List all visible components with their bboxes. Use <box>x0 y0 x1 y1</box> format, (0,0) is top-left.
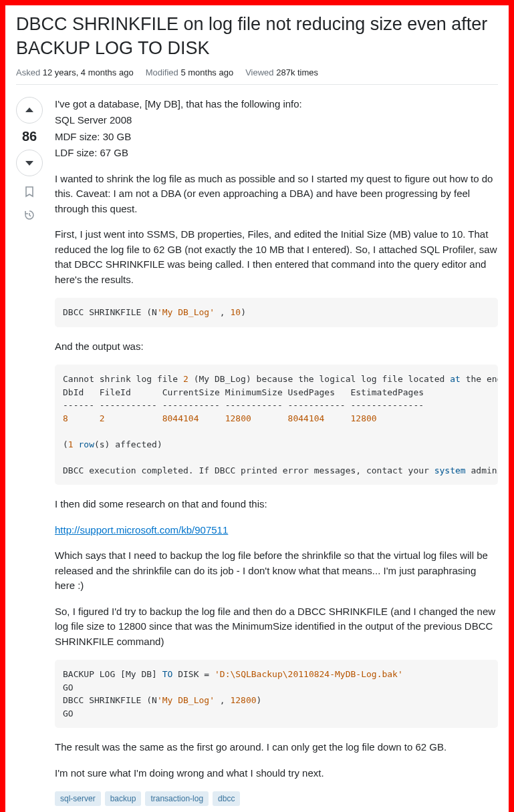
content-wrap: 86 I've got a database, [My DB], that ha… <box>16 97 498 807</box>
downvote-button[interactable] <box>16 150 43 176</box>
question-title: DBCC SHRINKFILE on log file not reducing… <box>16 12 498 61</box>
paragraph-4: And the output was: <box>55 339 498 355</box>
history-icon <box>23 209 35 221</box>
viewed-meta: Viewed 287k times <box>245 67 318 77</box>
viewed-label: Viewed <box>245 67 273 77</box>
intro-line-3: MDF size: 30 GB <box>55 130 498 145</box>
caret-up-icon <box>24 105 35 116</box>
paragraph-3: First, I just went into SSMS, DB propert… <box>55 227 498 287</box>
asked-meta: Asked 12 years, 4 months ago <box>16 67 134 77</box>
tag[interactable]: backup <box>105 791 142 806</box>
bookmark-icon <box>23 186 35 198</box>
tag[interactable]: sql-server <box>55 791 101 806</box>
question-meta: Asked 12 years, 4 months ago Modified 5 … <box>16 67 498 85</box>
modified-value: 5 months ago <box>180 67 233 77</box>
modified-meta: Modified 5 months ago <box>146 67 234 77</box>
intro-line-1: I've got a database, [My DB], that has t… <box>55 97 498 112</box>
paragraph-6: Which says that I need to backup the log… <box>55 548 498 594</box>
timeline-button[interactable] <box>23 209 35 223</box>
post-body: I've got a database, [My DB], that has t… <box>55 97 498 807</box>
intro-line-2: SQL Server 2008 <box>55 113 498 128</box>
asked-label: Asked <box>16 67 40 77</box>
viewed-value: 287k times <box>276 67 318 77</box>
vote-score: 86 <box>22 129 37 144</box>
paragraph-9: I'm not sure what I'm doing wrong and wh… <box>55 766 498 781</box>
code-block-1: DBCC SHRINKFILE (N'My DB_Log' , 10) <box>55 298 498 327</box>
vote-column: 86 <box>16 97 43 807</box>
code-block-3: BACKUP LOG [My DB] TO DISK = 'D:\SQLBack… <box>55 660 498 728</box>
asked-value: 12 years, 4 months ago <box>43 67 134 77</box>
question-page: DBCC SHRINKFILE on log file not reducing… <box>5 5 509 812</box>
tags-row: sql-server backup transaction-log dbcc <box>55 791 498 806</box>
code-block-2: Cannot shrink log file 2 (My DB_Log) bec… <box>55 365 498 485</box>
tag[interactable]: transaction-log <box>145 791 209 806</box>
tag[interactable]: dbcc <box>213 791 240 806</box>
paragraph-7: So, I figured I'd try to backup the log … <box>55 604 498 650</box>
paragraph-5: I then did some research on that and fou… <box>55 497 498 512</box>
caret-down-icon <box>24 158 35 168</box>
intro-line-4: LDF size: 67 GB <box>55 146 498 161</box>
paragraph-2: I wanted to shrink the log file as much … <box>55 172 498 217</box>
paragraph-8: The result was the same as the first go … <box>55 740 498 755</box>
modified-label: Modified <box>146 67 178 77</box>
bookmark-button[interactable] <box>23 186 35 200</box>
kb-link-row: http://support.microsoft.com/kb/907511 <box>55 523 498 538</box>
upvote-button[interactable] <box>16 97 43 124</box>
kb-link[interactable]: http://support.microsoft.com/kb/907511 <box>55 524 228 536</box>
